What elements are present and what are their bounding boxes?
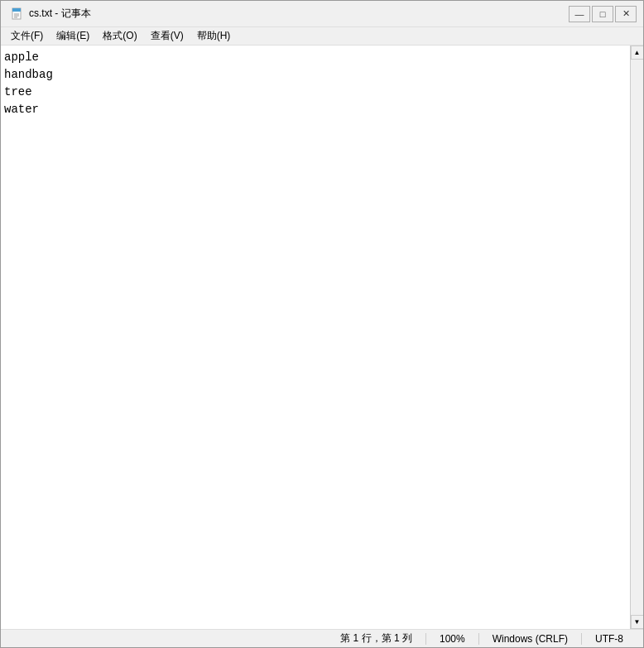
title-bar: cs.txt - 记事本 — □ ✕ [1,1,643,27]
zoom-level: 100% [425,633,478,645]
encoding: UTF-8 [581,633,637,645]
status-bar: 第 1 行，第 1 列 100% Windows (CRLF) UTF-8 [1,629,643,647]
scroll-up-arrow[interactable]: ▲ [631,46,644,60]
svg-rect-1 [12,8,21,12]
notepad-window: cs.txt - 记事本 — □ ✕ 文件(F) 编辑(E) 格式(O) 查看(… [0,0,644,648]
menu-bar: 文件(F) 编辑(E) 格式(O) 查看(V) 帮助(H) [1,27,643,46]
scroll-track[interactable] [631,60,643,615]
app-icon [11,7,24,21]
line-ending: Windows (CRLF) [478,633,581,645]
menu-format[interactable]: 格式(O) [96,28,143,45]
window-title: cs.txt - 记事本 [29,7,91,21]
close-button[interactable]: ✕ [615,6,637,22]
menu-edit[interactable]: 编辑(E) [50,28,96,45]
cursor-position: 第 1 行，第 1 列 [327,631,425,646]
vertical-scrollbar[interactable]: ▲ ▼ [630,46,643,629]
minimize-button[interactable]: — [569,6,590,22]
menu-help[interactable]: 帮助(H) [190,28,238,45]
scroll-down-arrow[interactable]: ▼ [631,615,644,629]
maximize-button[interactable]: □ [592,6,613,22]
title-bar-left: cs.txt - 记事本 [11,7,91,21]
window-controls: — □ ✕ [569,6,637,22]
text-editor[interactable] [1,46,630,629]
menu-view[interactable]: 查看(V) [144,28,190,45]
menu-file[interactable]: 文件(F) [4,28,50,45]
content-area: ▲ ▼ [1,46,643,629]
